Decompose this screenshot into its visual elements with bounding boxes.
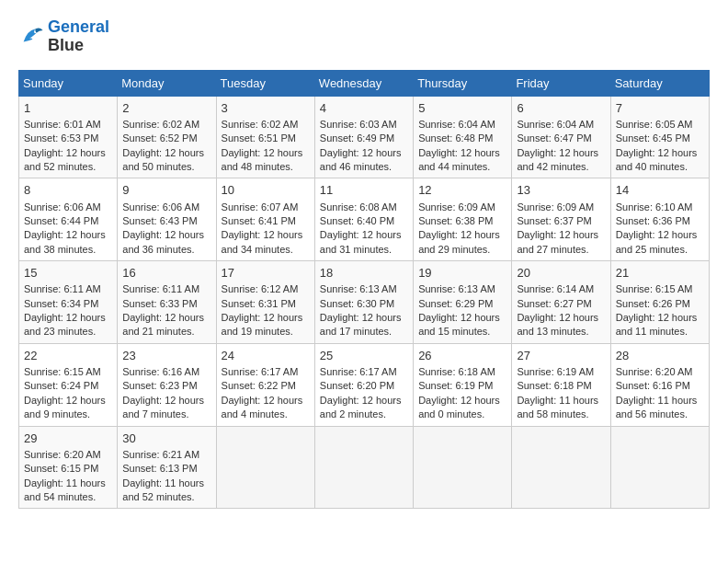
day-info: and 44 minutes. <box>418 161 490 172</box>
logo-text: GeneralBlue <box>48 18 109 55</box>
day-info: Daylight: 12 hours <box>222 312 303 323</box>
day-info: Sunset: 6:47 PM <box>517 132 591 144</box>
page-header: GeneralBlue <box>18 18 710 55</box>
calendar-cell: 10Sunrise: 6:07 AMSunset: 6:41 PMDayligh… <box>216 178 314 261</box>
day-info: Sunrise: 6:15 AM <box>616 283 693 294</box>
day-info: and 52 minutes. <box>24 161 96 172</box>
day-info: Daylight: 12 hours <box>320 229 402 240</box>
weekday-header: Friday <box>512 70 610 96</box>
day-info: Daylight: 12 hours <box>122 229 204 240</box>
day-number: 11 <box>320 182 408 199</box>
day-number: 13 <box>517 182 605 199</box>
day-info: Daylight: 12 hours <box>320 312 402 323</box>
day-info: Sunset: 6:51 PM <box>222 132 296 144</box>
day-info: Sunrise: 6:09 AM <box>418 201 495 213</box>
day-info: Sunrise: 6:20 AM <box>616 366 693 377</box>
day-info: Sunrise: 6:14 AM <box>517 283 594 294</box>
day-number: 25 <box>320 348 408 364</box>
day-info: Sunset: 6:48 PM <box>418 132 493 144</box>
day-number: 6 <box>517 100 605 117</box>
day-info: Sunset: 6:44 PM <box>24 215 98 226</box>
day-info: and 54 minutes. <box>24 491 96 502</box>
calendar-cell: 14Sunrise: 6:10 AMSunset: 6:36 PMDayligh… <box>610 178 709 261</box>
weekday-header: Monday <box>118 70 216 96</box>
day-number: 3 <box>222 100 310 117</box>
logo-icon <box>18 24 44 50</box>
day-info: and 46 minutes. <box>320 161 392 172</box>
day-info: Daylight: 12 hours <box>517 229 598 240</box>
calendar-cell <box>610 426 709 509</box>
day-number: 4 <box>320 100 408 117</box>
calendar-cell: 12Sunrise: 6:09 AMSunset: 6:38 PMDayligh… <box>414 178 512 261</box>
calendar-table: SundayMondayTuesdayWednesdayThursdayFrid… <box>18 70 710 510</box>
day-number: 17 <box>222 265 310 282</box>
calendar-cell: 4Sunrise: 6:03 AMSunset: 6:49 PMDaylight… <box>314 96 413 178</box>
day-info: Sunrise: 6:19 AM <box>517 366 594 377</box>
day-info: Sunset: 6:53 PM <box>24 132 98 144</box>
day-info: Daylight: 12 hours <box>517 312 598 323</box>
day-info: Sunrise: 6:02 AM <box>222 119 299 130</box>
day-info: Daylight: 12 hours <box>222 229 303 240</box>
day-info: and 7 minutes. <box>122 408 188 419</box>
calendar-cell: 2Sunrise: 6:02 AMSunset: 6:52 PMDaylight… <box>118 96 216 178</box>
day-info: Sunrise: 6:15 AM <box>24 366 101 377</box>
day-info: and 4 minutes. <box>222 408 288 419</box>
weekday-header: Sunday <box>19 70 118 96</box>
day-info: Sunrise: 6:17 AM <box>320 366 397 377</box>
day-info: Sunset: 6:22 PM <box>222 380 296 391</box>
day-info: Sunrise: 6:01 AM <box>24 119 101 130</box>
day-info: and 38 minutes. <box>24 244 96 255</box>
day-info: Sunset: 6:31 PM <box>222 298 296 309</box>
calendar-cell: 5Sunrise: 6:04 AMSunset: 6:48 PMDaylight… <box>414 96 512 178</box>
day-number: 27 <box>517 348 605 364</box>
day-number: 5 <box>418 100 506 117</box>
day-info: and 31 minutes. <box>320 244 392 255</box>
day-info: Sunrise: 6:09 AM <box>517 201 594 213</box>
day-info: and 0 minutes. <box>418 408 484 419</box>
day-info: Daylight: 12 hours <box>616 312 698 323</box>
day-info: Sunset: 6:33 PM <box>122 298 197 309</box>
day-number: 28 <box>616 348 704 364</box>
calendar-cell: 6Sunrise: 6:04 AMSunset: 6:47 PMDaylight… <box>512 96 610 178</box>
day-number: 12 <box>418 182 506 199</box>
day-info: and 11 minutes. <box>616 326 688 337</box>
calendar-cell: 25Sunrise: 6:17 AMSunset: 6:20 PMDayligh… <box>314 343 413 426</box>
calendar-cell: 29Sunrise: 6:20 AMSunset: 6:15 PMDayligh… <box>19 426 118 509</box>
calendar-cell <box>512 426 610 509</box>
day-info: Daylight: 12 hours <box>320 147 402 158</box>
day-number: 14 <box>616 182 704 199</box>
calendar-week-row: 8Sunrise: 6:06 AMSunset: 6:44 PMDaylight… <box>19 178 710 261</box>
day-info: and 42 minutes. <box>517 161 588 172</box>
day-info: and 56 minutes. <box>616 408 688 419</box>
logo: GeneralBlue <box>18 18 109 55</box>
calendar-cell <box>414 426 512 509</box>
day-number: 24 <box>222 348 310 364</box>
day-info: and 52 minutes. <box>122 491 194 502</box>
calendar-cell: 13Sunrise: 6:09 AMSunset: 6:37 PMDayligh… <box>512 178 610 261</box>
day-info: Sunrise: 6:13 AM <box>418 283 495 294</box>
day-info: Sunset: 6:30 PM <box>320 298 394 309</box>
day-number: 10 <box>222 182 310 199</box>
day-info: Sunset: 6:49 PM <box>320 132 394 144</box>
day-info: and 27 minutes. <box>517 244 588 255</box>
day-info: Sunrise: 6:13 AM <box>320 283 397 294</box>
calendar-cell: 24Sunrise: 6:17 AMSunset: 6:22 PMDayligh… <box>216 343 314 426</box>
calendar-week-row: 1Sunrise: 6:01 AMSunset: 6:53 PMDaylight… <box>19 96 710 178</box>
weekday-header: Wednesday <box>314 70 413 96</box>
day-number: 19 <box>418 265 506 282</box>
day-info: Daylight: 12 hours <box>418 229 500 240</box>
calendar-cell: 3Sunrise: 6:02 AMSunset: 6:51 PMDaylight… <box>216 96 314 178</box>
day-number: 16 <box>122 265 210 282</box>
day-info: and 2 minutes. <box>320 408 386 419</box>
day-info: and 9 minutes. <box>24 408 90 419</box>
calendar-week-row: 15Sunrise: 6:11 AMSunset: 6:34 PMDayligh… <box>19 261 710 344</box>
day-info: Daylight: 12 hours <box>418 395 500 406</box>
day-number: 30 <box>122 431 210 447</box>
calendar-cell <box>216 426 314 509</box>
calendar-cell: 15Sunrise: 6:11 AMSunset: 6:34 PMDayligh… <box>19 261 118 344</box>
day-info: Sunrise: 6:17 AM <box>222 366 299 377</box>
day-number: 7 <box>616 100 704 117</box>
day-info: Sunset: 6:37 PM <box>517 215 591 226</box>
day-info: and 34 minutes. <box>222 244 293 255</box>
day-info: Sunrise: 6:11 AM <box>24 283 101 294</box>
